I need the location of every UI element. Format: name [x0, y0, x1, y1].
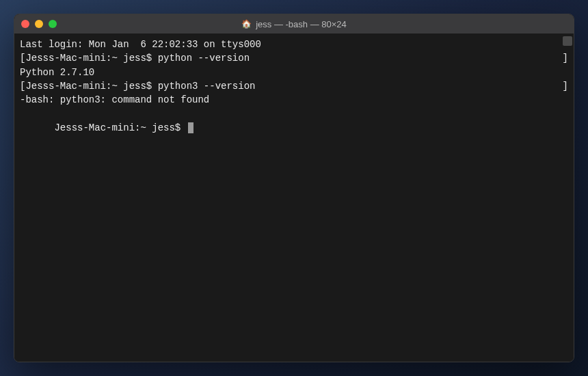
right-bracket: ] — [563, 51, 568, 65]
prompt-line-1: [Jesss-Mac-mini:~ jess$ python --version… — [20, 51, 568, 65]
titlebar[interactable]: 🏠 jess — -bash — 80×24 — [14, 14, 574, 33]
terminal-window: 🏠 jess — -bash — 80×24 Last login: Mon J… — [14, 14, 574, 362]
minimize-icon[interactable] — [35, 20, 43, 28]
prompt-text: [Jesss-Mac-mini:~ jess$ python3 --versio… — [20, 79, 255, 93]
last-login-line: Last login: Mon Jan 6 22:02:33 on ttys00… — [20, 38, 568, 51]
prompt-text: Jesss-Mac-mini:~ jess$ — [54, 122, 186, 133]
home-icon: 🏠 — [241, 19, 252, 29]
prompt-line-2: [Jesss-Mac-mini:~ jess$ python3 --versio… — [20, 79, 568, 93]
maximize-icon[interactable] — [49, 20, 57, 28]
traffic-lights — [21, 20, 57, 28]
prompt-line-3: Jesss-Mac-mini:~ jess$ — [20, 107, 568, 148]
right-bracket: ] — [563, 79, 568, 93]
prompt-text: [Jesss-Mac-mini:~ jess$ python --version — [20, 51, 250, 65]
terminal-body[interactable]: Last login: Mon Jan 6 22:02:33 on ttys00… — [14, 33, 574, 362]
title-text: jess — -bash — 80×24 — [256, 19, 347, 29]
window-title: 🏠 jess — -bash — 80×24 — [241, 19, 347, 29]
output-line-2: -bash: python3: command not found — [20, 93, 568, 107]
cursor — [188, 122, 193, 133]
close-icon[interactable] — [21, 20, 29, 28]
scrollbar[interactable] — [563, 36, 572, 46]
output-line-1: Python 2.7.10 — [20, 66, 568, 79]
